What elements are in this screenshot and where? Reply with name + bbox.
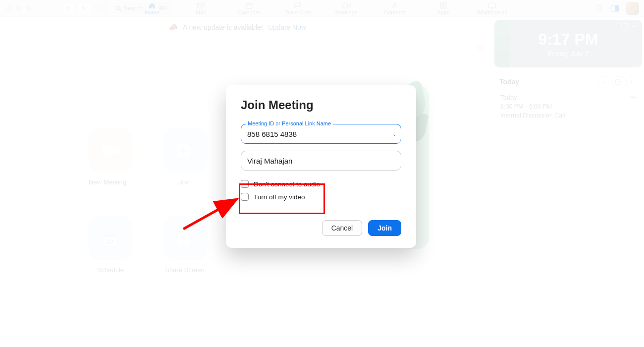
banner-text: A new update is available! — [183, 23, 263, 31]
today-label: Today — [499, 78, 519, 86]
clock-card: 9:17 PM Friday, July 7 — [494, 20, 642, 67]
svg-point-6 — [394, 3, 396, 5]
cancel-button[interactable]: Cancel — [322, 220, 363, 236]
svg-rect-13 — [615, 5, 619, 11]
contacts-icon — [390, 2, 399, 9]
tile-new-meeting[interactable]: New Meeting⌄ — [78, 128, 143, 186]
event-more-icon[interactable]: ••• — [630, 94, 636, 101]
mail-icon — [196, 2, 205, 9]
prev-day-button[interactable]: ‹ — [598, 76, 609, 87]
sidebar-toggle-icon[interactable] — [610, 4, 619, 13]
expand-icon[interactable] — [621, 23, 628, 30]
event-item[interactable]: Today ••• 8:30 PM - 9:00 PM Internal Dis… — [494, 94, 642, 119]
nav-calendar[interactable]: Calendar — [232, 2, 267, 15]
chevron-down-icon[interactable]: ⌄ — [392, 131, 396, 137]
nav-team-chat[interactable]: Team Chat — [280, 2, 315, 15]
whiteboard-icon — [487, 2, 496, 9]
join-meeting-modal: Join Meeting Meeting ID or Personal Link… — [226, 85, 416, 248]
avatar[interactable] — [626, 2, 639, 15]
svg-point-23 — [634, 26, 636, 27]
plus-icon — [176, 143, 194, 157]
megaphone-icon: 📣 — [168, 23, 178, 32]
meeting-id-label: Meeting ID or Personal Link Name — [246, 120, 333, 126]
svg-rect-11 — [488, 3, 495, 8]
svg-rect-18 — [103, 233, 117, 237]
meeting-id-field[interactable]: Meeting ID or Personal Link Name ⌄ — [241, 124, 401, 144]
notifications-icon[interactable] — [594, 4, 603, 13]
svg-rect-8 — [444, 2, 446, 5]
svg-rect-15 — [103, 145, 113, 156]
event-title: Internal Discussion Call — [500, 112, 636, 119]
modal-title: Join Meeting — [241, 98, 401, 112]
svg-rect-5 — [342, 3, 347, 8]
tile-join[interactable]: Join — [153, 128, 217, 186]
svg-point-22 — [632, 26, 634, 27]
main-tiles: New Meeting⌄ Join 19 Schedule Share Scre… — [78, 128, 217, 274]
svg-rect-10 — [444, 6, 446, 8]
name-field[interactable] — [241, 151, 401, 171]
svg-point-14 — [479, 46, 482, 49]
nav-home[interactable]: Home — [135, 2, 169, 15]
svg-rect-7 — [440, 2, 443, 5]
video-icon — [102, 143, 119, 157]
next-day-button[interactable]: › — [626, 76, 637, 87]
meeting-id-input[interactable] — [241, 124, 401, 144]
clock-time: 9:17 PM — [538, 30, 598, 49]
svg-rect-3 — [246, 3, 252, 8]
update-now-link[interactable]: Update Now — [268, 23, 306, 31]
svg-rect-25 — [615, 80, 620, 84]
chat-icon — [293, 2, 302, 9]
nav-whiteboards[interactable]: Whiteboards — [475, 2, 509, 15]
calendar-icon — [245, 2, 254, 9]
top-nav: Home Mail Calendar Team Chat Meetings Co… — [0, 0, 644, 17]
nav-contacts[interactable]: Contacts — [377, 2, 412, 15]
svg-rect-21 — [622, 23, 628, 29]
gear-icon[interactable] — [476, 43, 485, 53]
svg-point-24 — [636, 26, 638, 27]
side-panel: 9:17 PM Friday, July 7 Today ‹ › Today •… — [494, 20, 642, 345]
calendar-button[interactable] — [612, 76, 623, 87]
share-icon — [176, 231, 194, 245]
svg-text:19: 19 — [107, 238, 113, 245]
titlebar: Search ⌘F Home Mail Calendar Team Chat M… — [0, 0, 644, 17]
clock-date: Friday, July 7 — [548, 50, 589, 58]
calendar-icon: 19 — [102, 231, 119, 245]
apps-icon — [439, 2, 448, 9]
update-banner: 📣 A new update is available! Update Now — [168, 23, 306, 32]
join-button[interactable]: Join — [368, 220, 401, 236]
tile-schedule[interactable]: 19 Schedule — [78, 216, 143, 274]
tile-share-screen[interactable]: Share Screen — [153, 216, 217, 274]
event-day: Today — [500, 94, 517, 101]
chevron-down-icon: ⌄ — [128, 180, 132, 185]
nav-apps[interactable]: Apps — [426, 2, 461, 15]
name-input[interactable] — [241, 151, 401, 171]
more-icon[interactable] — [631, 23, 638, 30]
video-icon — [342, 2, 351, 9]
home-icon — [148, 2, 157, 9]
annotation-highlight-box — [239, 183, 325, 214]
nav-meetings[interactable]: Meetings — [329, 2, 364, 15]
nav-mail[interactable]: Mail — [183, 2, 218, 15]
svg-rect-9 — [440, 6, 443, 8]
event-time: 8:30 PM - 9:00 PM — [500, 103, 636, 110]
svg-rect-2 — [197, 3, 204, 8]
